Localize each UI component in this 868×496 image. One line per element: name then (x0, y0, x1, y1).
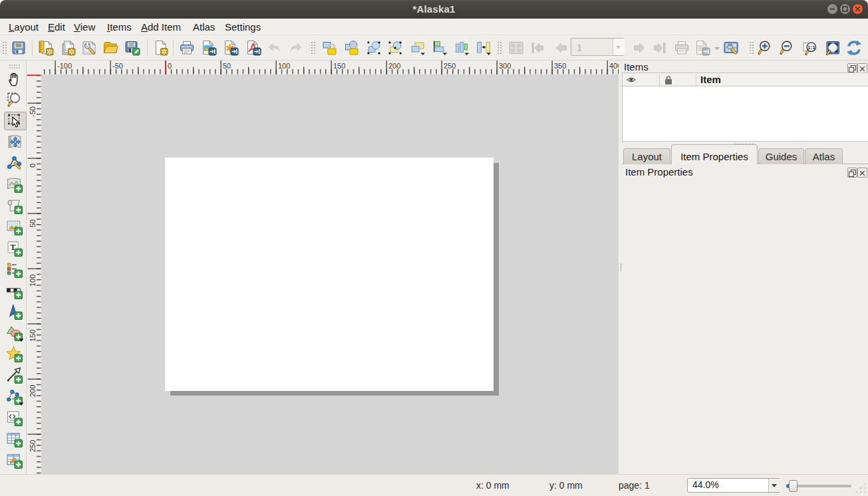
svg-text:250: 250 (444, 62, 456, 70)
svg-text:Item: Item (700, 74, 721, 85)
svg-text:-100: -100 (57, 62, 72, 70)
svg-text:400: 400 (609, 62, 619, 70)
svg-text:150: 150 (29, 330, 37, 342)
svg-text:150: 150 (333, 62, 345, 70)
svg-text:200: 200 (29, 385, 37, 397)
svg-text:0: 0 (29, 164, 37, 168)
svg-text:1:1: 1:1 (807, 44, 815, 50)
svg-text:-50: -50 (112, 62, 123, 70)
svg-text:-50: -50 (29, 106, 37, 117)
svg-text:50: 50 (223, 62, 231, 70)
svg-text:0: 0 (168, 62, 172, 70)
svg-text:50: 50 (29, 219, 37, 227)
svg-text:300: 300 (499, 62, 511, 70)
svg-text:200: 200 (388, 62, 400, 70)
svg-text:350: 350 (554, 62, 566, 70)
svg-text:250: 250 (29, 440, 37, 452)
svg-text:100: 100 (278, 62, 290, 70)
svg-text:100: 100 (29, 275, 37, 287)
